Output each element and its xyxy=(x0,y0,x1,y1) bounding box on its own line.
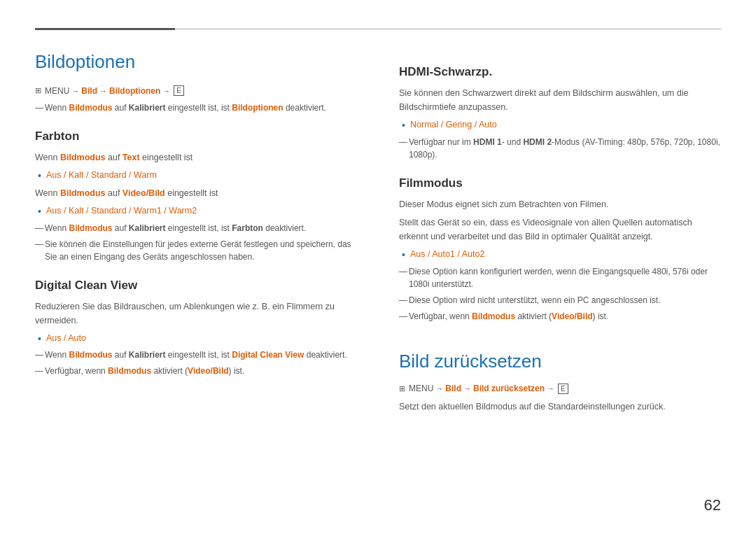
filmmodus-option-text: Aus / Auto1 / Auto2 xyxy=(410,249,484,259)
menu-arrow1: → xyxy=(71,87,79,95)
farbton-line1: Wenn Bildmodus auf Text eingestellt ist xyxy=(35,150,357,164)
menu-end-icon: E xyxy=(174,85,184,96)
top-border xyxy=(35,28,721,30)
filmmodus-note2: Diese Option wird nicht unterstützt, wen… xyxy=(399,294,721,307)
farbton-options2-list: Aus / Kalt / Standard / Warm1 / Warm2 xyxy=(35,204,357,218)
hdmi-note-hdmi1: HDMI 1 xyxy=(473,137,502,147)
hdmi-note-hdmi2: HDMI 2 xyxy=(523,137,552,147)
note-prefix: Wenn xyxy=(45,103,69,113)
farbton-options1-list: Aus / Kalt / Standard / Warm xyxy=(35,169,357,182)
menu-icon: ⊞ xyxy=(35,86,41,95)
digital-clean-view-title: Digital Clean View xyxy=(35,279,357,293)
filmmodus-desc1: Dieser Modus eignet sich zum Betrachten … xyxy=(399,197,721,211)
filmmodus-note1: Diese Option kann konfiguriert werden, w… xyxy=(399,265,721,290)
filmmodus-title: Filmmodus xyxy=(399,176,721,190)
menu-bild: Bild xyxy=(81,86,97,96)
farbton-section: Farbton Wenn Bildmodus auf Text eingeste… xyxy=(35,129,357,263)
note-hl1: Bildmodus xyxy=(69,103,112,113)
digital-clean-view-desc: Reduzieren Sie das Bildrauschen, um Able… xyxy=(35,300,357,328)
note-text2: eingestellt ist, ist xyxy=(166,103,232,113)
hdmi-schwarzp-desc: Sie können den Schwarzwert direkt auf de… xyxy=(399,86,721,114)
bz-menu-arrow1: → xyxy=(435,384,443,393)
farbton-option1-text: Aus / Kalt / Standard / Warm xyxy=(46,170,157,180)
bz-menu-arrow2: → xyxy=(463,384,471,393)
bz-menu-arrow3: → xyxy=(547,384,554,393)
farbton-option2: Aus / Kalt / Standard / Warm1 / Warm2 xyxy=(35,204,357,218)
dcv-note1: Wenn Bildmodus auf Kalibriert eingestell… xyxy=(35,349,357,361)
bild-zuruck-menu-icon: ⊞ xyxy=(399,384,405,393)
two-col-layout: Bildoptionen ⊞ MENU → Bild → Bildoptione… xyxy=(35,51,721,418)
menu-bildoptionen: Bildoptionen xyxy=(109,86,160,96)
bz-menu-prefix: MENU xyxy=(409,384,433,393)
hdmi-schwarzp-options-list: Normal / Gering / Auto xyxy=(399,118,721,132)
col-left: Bildoptionen ⊞ MENU → Bild → Bildoptione… xyxy=(35,51,357,418)
digital-clean-view-option: Aus / Auto xyxy=(35,332,357,345)
filmmodus-options-list: Aus / Auto1 / Auto2 xyxy=(399,248,721,261)
menu-arrow2: → xyxy=(99,87,107,95)
farbton-option1: Aus / Kalt / Standard / Warm xyxy=(35,169,357,182)
farbton-option2-text: Aus / Kalt / Standard / Warm1 / Warm2 xyxy=(46,206,197,216)
bz-menu-zuruck: Bild zurücksetzen xyxy=(473,384,545,393)
note-text3: deaktiviert. xyxy=(284,103,326,113)
bildoptionen-title: Bildoptionen xyxy=(35,51,357,73)
bild-zuruck-menu-path: ⊞ MENU → Bild → Bild zurücksetzen → E xyxy=(399,384,721,394)
bildoptionen-note: Wenn Bildmodus auf Kalibriert eingestell… xyxy=(35,101,357,114)
bildoptionen-menu-path: ⊞ MENU → Bild → Bildoptionen → E xyxy=(35,85,357,96)
note-hl2: Kalibriert xyxy=(129,103,166,113)
bz-menu-end-icon: E xyxy=(558,384,568,394)
menu-arrow3: → xyxy=(162,87,170,95)
dcv-note2: Verfügbar, wenn Bildmodus aktiviert (Vid… xyxy=(35,365,357,377)
farbton-line2: Wenn Bildmodus auf Video/Bild eingestell… xyxy=(35,186,357,200)
col-right: HDMI-Schwarzp. Sie können den Schwarzwer… xyxy=(399,51,721,418)
bild-zuruck-title: Bild zurücksetzen xyxy=(399,351,721,372)
top-border-dark xyxy=(35,28,175,30)
filmmodus-option: Aus / Auto1 / Auto2 xyxy=(399,248,721,261)
page-container: Bildoptionen ⊞ MENU → Bild → Bildoptione… xyxy=(0,0,756,534)
digital-clean-view-option-text: Aus / Auto xyxy=(46,333,86,343)
hdmi-schwarzp-option: Normal / Gering / Auto xyxy=(399,118,721,132)
bildoptionen-section: Bildoptionen ⊞ MENU → Bild → Bildoptione… xyxy=(35,51,357,114)
filmmodus-note3: Verfügbar, wenn Bildmodus aktiviert (Vid… xyxy=(399,310,721,323)
hdmi-schwarzp-section: HDMI-Schwarzp. Sie können den Schwarzwer… xyxy=(399,65,721,161)
filmmodus-section: Filmmodus Dieser Modus eignet sich zum B… xyxy=(399,176,721,323)
farbton-note2: Sie können die Einstellungen für jedes e… xyxy=(35,238,357,263)
digital-clean-view-options-list: Aus / Auto xyxy=(35,332,357,345)
bild-zuruck-desc: Setzt den aktuellen Bildmodus auf die St… xyxy=(399,400,721,414)
farbton-note1: Wenn Bildmodus auf Kalibriert eingestell… xyxy=(35,222,357,234)
farbton-title: Farbton xyxy=(35,129,357,143)
top-border-light xyxy=(175,28,721,30)
menu-prefix: MENU xyxy=(45,86,69,96)
bild-zuruck-section: Bild zurücksetzen ⊞ MENU → Bild → Bild z… xyxy=(399,351,721,414)
hdmi-schwarzp-note: Verfügbar nur im HDMI 1- und HDMI 2-Modu… xyxy=(399,136,721,161)
hdmi-schwarzp-title: HDMI-Schwarzp. xyxy=(399,65,721,79)
filmmodus-desc2: Stellt das Gerät so ein, dass es Videosi… xyxy=(399,216,721,244)
note-hl3: Bildoptionen xyxy=(232,103,283,113)
digital-clean-view-section: Digital Clean View Reduzieren Sie das Bi… xyxy=(35,279,357,378)
bz-menu-bild: Bild xyxy=(445,384,461,393)
hdmi-schwarzp-option-text: Normal / Gering / Auto xyxy=(410,120,497,129)
page-number: 62 xyxy=(704,496,721,514)
note-text1: auf xyxy=(112,103,128,113)
